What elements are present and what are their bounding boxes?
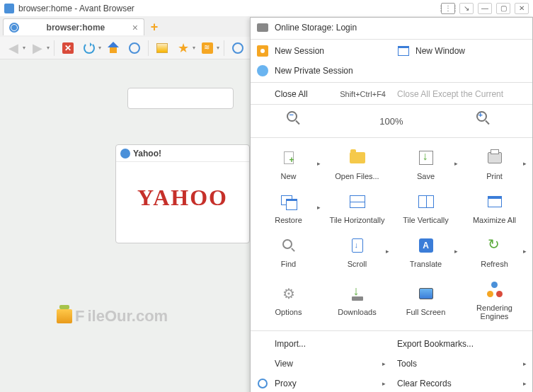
menu-full-screen[interactable]: Full Screen xyxy=(392,274,459,325)
menu-restore[interactable]: Restore▸ xyxy=(255,186,322,229)
refresh-dropdown[interactable]: ▾ xyxy=(98,45,101,51)
menu-export-bookmarks[interactable]: Export Bookmarks... xyxy=(391,334,532,354)
menu-new-window[interactable]: New Window xyxy=(391,41,532,61)
user-icon xyxy=(257,45,268,57)
forward-dropdown[interactable]: ▾ xyxy=(47,45,50,51)
forward-button[interactable]: ▶ xyxy=(28,39,47,57)
menu-proxy[interactable]: Proxy▸ xyxy=(251,374,391,392)
minimize-button[interactable]: — xyxy=(478,3,492,14)
main-menu-panel: Online Storage: Login New Session New Wi… xyxy=(250,17,533,392)
menu-tools[interactable]: Tools▸ xyxy=(391,354,532,374)
folder-icon xyxy=(350,152,365,163)
globe-icon xyxy=(120,149,130,158)
find-icon xyxy=(282,239,295,252)
feeds-button[interactable]: ≋ xyxy=(198,39,217,57)
globe-button[interactable] xyxy=(229,39,247,57)
yahoo-panel: Yahoo! YAHOO xyxy=(115,144,250,243)
yahoo-logo: YAHOO xyxy=(116,162,249,233)
menu-refresh[interactable]: Refresh▸ xyxy=(461,230,528,272)
menu-find[interactable]: Find xyxy=(255,230,322,272)
new-tab-button[interactable]: + xyxy=(147,20,161,34)
menu-open-files[interactable]: Open Files... xyxy=(323,142,391,185)
main-menu-button[interactable]: ⋮⋮⋮ xyxy=(441,3,455,14)
menu-tile-vertically[interactable]: Tile Vertically xyxy=(392,186,459,229)
watermark-rest: ileOur.com xyxy=(87,307,168,325)
menu-online-storage[interactable]: Online Storage: Login xyxy=(251,18,532,38)
home-button[interactable] xyxy=(104,39,122,57)
menu-label: View xyxy=(275,359,377,369)
menu-zoom-row: − 100% + xyxy=(251,104,532,138)
menu-maximize-all[interactable]: Maximize All xyxy=(461,186,528,229)
grid-label: Refresh xyxy=(481,260,508,268)
menu-grid: New▸ Open Files... Save▸ Print▸ Restore▸… xyxy=(251,138,532,329)
favorites-button[interactable]: ★ xyxy=(174,39,193,57)
menu-downloads[interactable]: Downloads xyxy=(323,274,391,325)
menu-view[interactable]: View▸ xyxy=(251,354,391,374)
maximize-button[interactable]: ▢ xyxy=(496,3,510,14)
zoom-in-button[interactable]: + xyxy=(476,111,496,131)
menu-new[interactable]: New▸ xyxy=(255,142,322,185)
new-page-icon xyxy=(284,151,294,164)
grid-label: Tile Vertically xyxy=(403,216,448,224)
magnifier-plus-icon: + xyxy=(476,111,489,124)
menu-close-all[interactable]: Close All Shift+Ctrl+F4 xyxy=(251,84,391,104)
grid-label: Maximize All xyxy=(473,216,516,224)
menu-label: Close All xyxy=(275,89,334,99)
grid-label: Restore xyxy=(275,216,302,224)
grid-label: Print xyxy=(486,172,503,180)
menu-save[interactable]: Save▸ xyxy=(392,142,459,185)
storage-icon xyxy=(257,23,268,32)
history-button[interactable] xyxy=(125,39,144,57)
back-dropdown[interactable]: ▾ xyxy=(23,45,25,51)
tile-vertical-icon xyxy=(418,195,434,208)
menu-print[interactable]: Print▸ xyxy=(461,142,528,185)
menu-import[interactable]: Import... xyxy=(251,334,391,354)
refresh-icon xyxy=(488,238,502,253)
tab-title: browser:home xyxy=(23,23,128,33)
magnifier-minus-icon: − xyxy=(287,111,299,124)
tab-close-button[interactable]: × xyxy=(132,22,138,33)
scroll-icon xyxy=(352,238,363,253)
yahoo-panel-title: Yahoo! xyxy=(133,149,161,158)
stop-button[interactable]: ✕ xyxy=(59,39,77,57)
menu-new-private-session[interactable]: New Private Session xyxy=(251,61,532,81)
menu-label: New Private Session xyxy=(275,66,527,76)
grid-label: New xyxy=(280,172,296,180)
window-icon xyxy=(398,46,409,56)
zoom-out-button[interactable]: − xyxy=(287,111,306,131)
menu-rendering-engines[interactable]: Rendering Engines xyxy=(461,274,528,325)
grid-label: Rendering Engines xyxy=(462,304,527,321)
menu-scroll[interactable]: Scroll▸ xyxy=(323,230,391,272)
globe-icon xyxy=(9,23,19,33)
feeds-dropdown[interactable]: ▾ xyxy=(217,45,219,51)
menu-label: Tools xyxy=(397,359,517,369)
download-icon xyxy=(350,287,365,301)
restore-down-icon[interactable]: ↘ xyxy=(459,3,474,14)
screen-icon xyxy=(419,288,433,299)
grid-label: Downloads xyxy=(338,308,376,316)
menu-tile-horizontally[interactable]: Tile Horizontally xyxy=(323,186,391,229)
grid-label: Save xyxy=(417,172,435,180)
refresh-button[interactable] xyxy=(80,39,98,57)
menu-label: Export Bookmarks... xyxy=(397,339,527,349)
menu-translate[interactable]: ATranslate▸ xyxy=(392,230,459,272)
search-input[interactable] xyxy=(127,88,234,109)
sidebar-button[interactable] xyxy=(153,39,171,57)
watermark-prefix: F xyxy=(75,307,84,325)
menu-clear-records[interactable]: Clear Records▸ xyxy=(391,374,532,392)
grid-label: Find xyxy=(281,260,296,268)
back-button[interactable]: ◀ xyxy=(4,39,23,57)
menu-new-session[interactable]: New Session xyxy=(251,41,391,61)
menu-label: New Window xyxy=(415,46,527,56)
save-icon xyxy=(419,151,433,165)
tab-browser-home[interactable]: browser:home × xyxy=(3,18,144,35)
watermark: FileOur.com xyxy=(57,307,168,325)
favorites-dropdown[interactable]: ▾ xyxy=(193,45,195,51)
menu-label: New Session xyxy=(275,46,386,56)
grid-label: Translate xyxy=(410,260,442,268)
translate-icon: A xyxy=(419,238,433,253)
close-window-button[interactable]: ✕ xyxy=(515,3,529,14)
menu-options[interactable]: ⚙Options xyxy=(255,274,322,325)
menu-close-all-except: Close All Except the Current xyxy=(391,84,532,104)
app-icon xyxy=(4,4,14,13)
